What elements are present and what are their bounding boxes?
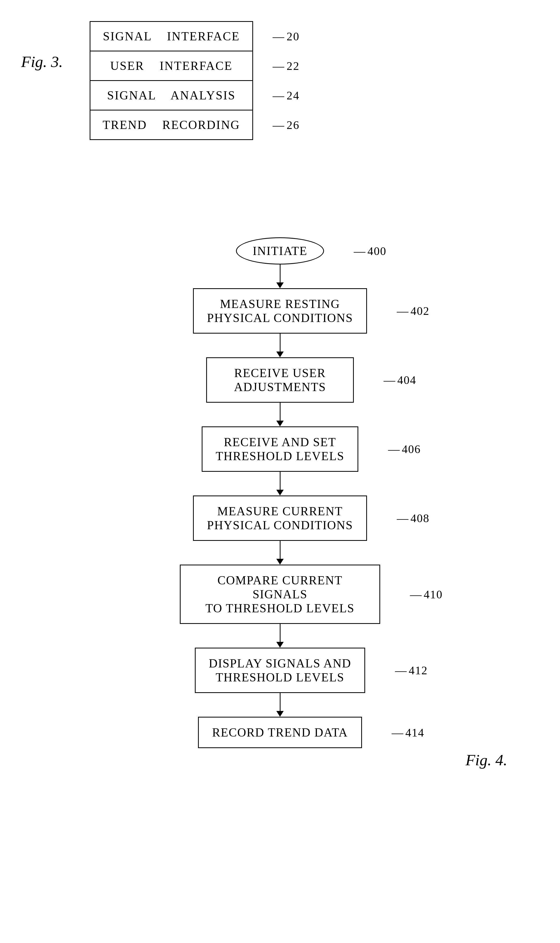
- arrow-7: [276, 693, 284, 717]
- measure-current-ref: 408: [397, 512, 429, 525]
- display-node: DISPLAY SIGNALS ANDTHRESHOLD LEVELS 412: [195, 648, 365, 693]
- display-text: DISPLAY SIGNALS ANDTHRESHOLD LEVELS: [209, 657, 351, 684]
- initiate-ref: 400: [354, 244, 386, 258]
- stack-row-ref-22: 22: [272, 59, 300, 72]
- arrow-5: [276, 541, 284, 565]
- stack-row-signal-analysis: SIGNAL ANALYSIS 24: [91, 81, 252, 111]
- stack-row-trend-recording: TREND RECORDING 26: [91, 111, 252, 139]
- receive-user-node: RECEIVE USERADJUSTMENTS 404: [206, 357, 354, 403]
- stack-row-user-interface-text: USER INTERFACE: [110, 59, 232, 72]
- receive-user-text: RECEIVE USERADJUSTMENTS: [234, 366, 326, 394]
- fig4-label: Fig. 4.: [466, 751, 507, 769]
- initiate-node: INITIATE 400: [236, 237, 324, 265]
- measure-resting-text: MEASURE RESTINGPHYSICAL CONDITIONS: [207, 297, 353, 325]
- record-node: RECORD TREND DATA 414: [198, 717, 362, 748]
- stack-row-ref-20: 20: [272, 29, 300, 43]
- arrow-6: [276, 624, 284, 648]
- stack-row-signal-analysis-text: SIGNAL ANALYSIS: [107, 89, 235, 102]
- compare-node: COMPARE CURRENT SIGNALSTO THRESHOLD LEVE…: [180, 565, 380, 624]
- threshold-text: RECEIVE AND SETTHRESHOLD LEVELS: [216, 435, 344, 463]
- stack-row-ref-24: 24: [272, 89, 300, 102]
- compare-ref: 410: [410, 588, 443, 601]
- arrow-3: [276, 403, 284, 426]
- fig4-diagram: INITIATE 400 MEASURE RESTINGPHYSICAL CON…: [0, 237, 560, 748]
- compare-text: COMPARE CURRENT SIGNALSTO THRESHOLD LEVE…: [205, 574, 354, 615]
- fig3-label: Fig. 3.: [21, 53, 63, 71]
- measure-current-text: MEASURE CURRENTPHYSICAL CONDITIONS: [207, 505, 353, 532]
- arrow-2: [276, 334, 284, 357]
- stack-row-user-interface: USER INTERFACE 22: [91, 51, 252, 81]
- stack-row-signal-interface: SIGNAL INTERFACE 20: [91, 22, 252, 51]
- stack-row-ref-26: 26: [272, 118, 300, 132]
- display-ref: 412: [395, 664, 428, 677]
- initiate-text: INITIATE: [252, 244, 308, 258]
- stack-row-signal-interface-text: SIGNAL INTERFACE: [103, 29, 240, 43]
- threshold-node: RECEIVE AND SETTHRESHOLD LEVELS 406: [202, 426, 358, 472]
- measure-resting-ref: 402: [397, 304, 429, 318]
- measure-resting-node: MEASURE RESTINGPHYSICAL CONDITIONS 402: [193, 288, 367, 334]
- receive-user-ref: 404: [384, 374, 416, 387]
- stack-diagram: SIGNAL INTERFACE 20 USER INTERFACE 22 SI…: [90, 21, 253, 140]
- stack-row-trend-recording-text: TREND RECORDING: [103, 118, 240, 132]
- record-text: RECORD TREND DATA: [212, 726, 348, 739]
- page: Fig. 3. SIGNAL INTERFACE 20 USER INTERFA…: [0, 0, 560, 943]
- record-ref: 414: [392, 726, 425, 739]
- arrow-1: [276, 265, 284, 288]
- arrow-4: [276, 472, 284, 495]
- threshold-ref: 406: [388, 443, 421, 456]
- fig3-diagram: Fig. 3. SIGNAL INTERFACE 20 USER INTERFA…: [74, 21, 311, 140]
- measure-current-node: MEASURE CURRENTPHYSICAL CONDITIONS 408: [193, 495, 367, 541]
